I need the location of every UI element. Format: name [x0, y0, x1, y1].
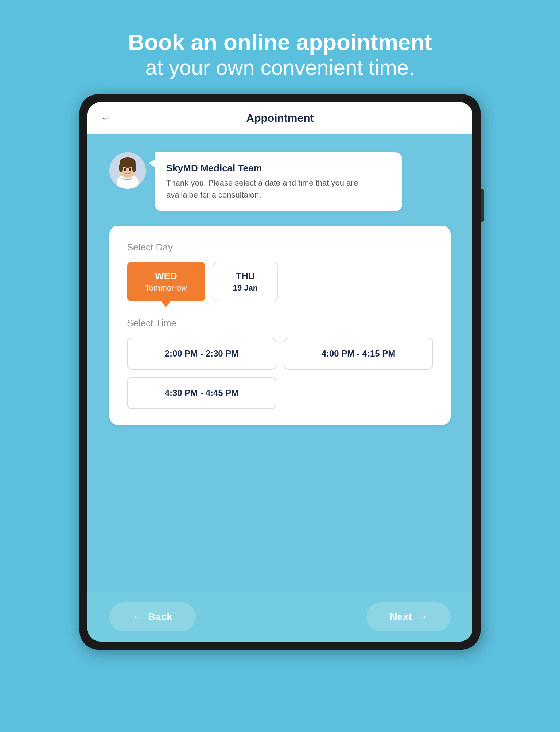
day-btn-wed-sub: Tommorrow [145, 283, 187, 293]
next-label: Next [390, 611, 412, 623]
time-slot-3[interactable]: 4:30 PM - 4:45 PM [127, 377, 276, 409]
svg-point-7 [124, 168, 126, 171]
back-arrow-icon: ← [133, 611, 143, 623]
chat-text: Thank you. Please select a date and time… [166, 177, 391, 201]
tablet-device: ← Appointment [79, 94, 481, 650]
next-arrow-icon: → [417, 611, 427, 623]
avatar [109, 152, 146, 189]
content-area: SkyMD Medical Team Thank you. Please sel… [88, 134, 472, 592]
svg-point-5 [119, 163, 123, 172]
day-btn-thu-name: THU [231, 270, 260, 282]
tablet-screen: ← Appointment [88, 102, 472, 642]
app-header: ← Appointment [88, 102, 472, 134]
chat-message: SkyMD Medical Team Thank you. Please sel… [109, 152, 451, 211]
day-btn-wed[interactable]: WED Tommorrow [127, 262, 205, 301]
chat-sender: SkyMD Medical Team [166, 163, 391, 174]
back-arrow-header-icon[interactable]: ← [101, 112, 111, 124]
time-grid: 2:00 PM - 2:30 PM 4:00 PM - 4:15 PM 4:30… [127, 338, 433, 409]
svg-point-6 [132, 163, 136, 172]
day-btn-thu-sub: 19 Jan [231, 283, 260, 293]
day-section-label: Select Day [127, 242, 433, 253]
page-title-light: at your own convenient time. [128, 55, 432, 79]
page-title-bold: Book an online appointment [128, 29, 432, 55]
chat-bubble: SkyMD Medical Team Thank you. Please sel… [155, 152, 402, 211]
selection-card: Select Day WED Tommorrow THU 19 Jan Sele… [109, 226, 451, 425]
bottom-nav: ← Back Next → [88, 592, 472, 642]
day-btn-thu[interactable]: THU 19 Jan [213, 262, 278, 301]
day-selector: WED Tommorrow THU 19 Jan [127, 262, 433, 301]
back-button[interactable]: ← Back [109, 602, 196, 631]
time-section-label: Select Time [127, 318, 433, 329]
day-btn-wed-name: WED [145, 270, 187, 282]
app-header-title: Appointment [246, 112, 314, 124]
next-button[interactable]: Next → [366, 602, 451, 631]
time-slot-1[interactable]: 2:00 PM - 2:30 PM [127, 338, 276, 370]
back-label: Back [148, 611, 172, 623]
svg-point-8 [129, 168, 131, 171]
page-header: Book an online appointment at your own c… [113, 0, 447, 94]
time-slot-2[interactable]: 4:00 PM - 4:15 PM [284, 338, 433, 370]
